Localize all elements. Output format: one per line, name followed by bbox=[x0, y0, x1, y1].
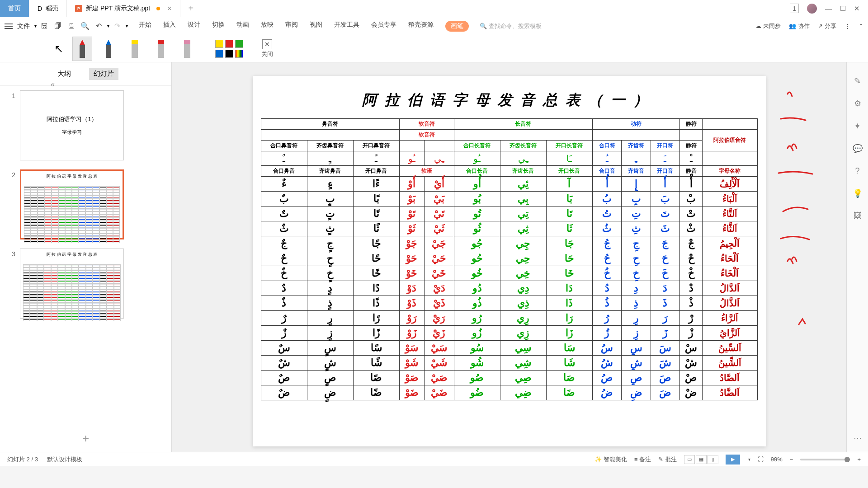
win-max-icon[interactable]: ☐ bbox=[840, 5, 846, 13]
preview-icon[interactable]: 🔍 bbox=[80, 22, 90, 31]
beautify-button[interactable]: ✨ 智能美化 bbox=[594, 455, 627, 464]
cursor-tool[interactable]: ↖ bbox=[54, 42, 63, 55]
color-swatch[interactable] bbox=[225, 50, 233, 58]
tab-close-icon[interactable]: × bbox=[167, 5, 171, 13]
color-swatch[interactable] bbox=[235, 40, 243, 48]
rail-star-icon[interactable]: ✦ bbox=[854, 121, 861, 131]
color-swatch[interactable] bbox=[215, 50, 223, 58]
ribbon-tab[interactable]: 审阅 bbox=[285, 21, 298, 32]
slide-thumbnail[interactable]: 阿 拉 伯 语 字 母 发 音 总 表 bbox=[20, 249, 124, 319]
win-close-icon[interactable]: ✕ bbox=[854, 5, 860, 13]
ribbon-tab-pen[interactable]: 画笔 bbox=[445, 21, 469, 32]
ribbon-tab[interactable]: 稻壳资源 bbox=[408, 21, 434, 32]
canvas[interactable]: 阿拉伯语字母发音总表（一） 鼻音符软音符长音符动符静符软音符阿拉伯语音符合口鼻音… bbox=[172, 62, 846, 452]
tab-new[interactable]: + bbox=[180, 0, 202, 17]
zoom-slider[interactable] bbox=[800, 459, 850, 460]
share-button[interactable]: ↗ 分享 bbox=[818, 22, 836, 30]
ribbon-tab[interactable]: 切换 bbox=[212, 21, 225, 32]
arabic-phonetic-table: 鼻音符软音符长音符动符静符软音符阿拉伯语音符合口鼻音符齐齿鼻音符开口鼻音符合口长… bbox=[261, 118, 758, 400]
color-swatch[interactable] bbox=[215, 40, 223, 48]
status-bar: 幻灯片 2 / 3 默认设计模板 ✨ 智能美化 ≡ 备注 ✎ 批注 ▭ ▦ ▯ … bbox=[0, 452, 868, 466]
add-slide-button[interactable]: + bbox=[0, 425, 171, 452]
view-normal[interactable]: ▭ bbox=[684, 455, 695, 464]
ribbon-tab[interactable]: 会员专享 bbox=[371, 21, 396, 32]
zoom-in[interactable]: + bbox=[857, 456, 861, 463]
rail-help-icon[interactable]: ? bbox=[855, 166, 859, 176]
search-box[interactable]: 🔍 查找命令、搜索模板 bbox=[480, 22, 542, 30]
ribbon: 文件▾ 🖫 🗐 🖶 🔍 ↶▾ ↷▾ 开始 插入 设计 切换 动画 放映 审阅 视… bbox=[0, 17, 868, 35]
ink-annotations bbox=[774, 85, 819, 401]
tab-slides[interactable]: 幻灯片 bbox=[89, 68, 118, 80]
docer-icon: D bbox=[38, 5, 42, 12]
collapse-ribbon-icon[interactable]: ⌃ bbox=[859, 23, 863, 29]
redo-icon[interactable]: ↷ bbox=[113, 22, 122, 31]
fit-icon[interactable]: ⛶ bbox=[758, 456, 764, 463]
slide-panel: « 大纲 幻灯片 1阿拉伯语学习（1）字母学习2阿 拉 伯 语 字 母 发 音 … bbox=[0, 62, 172, 452]
menu-icon[interactable] bbox=[5, 23, 13, 29]
hl-tool[interactable] bbox=[151, 37, 171, 61]
save-as-icon[interactable]: 🗐 bbox=[53, 22, 62, 31]
rail-chat-icon[interactable]: 💬 bbox=[853, 144, 863, 154]
slide-title: 阿拉伯语字母发音总表（一） bbox=[261, 84, 758, 118]
main-area: « 大纲 幻灯片 1阿拉伯语学习（1）字母学习2阿 拉 伯 语 字 母 发 音 … bbox=[0, 62, 868, 452]
tab-home[interactable]: 首页 bbox=[0, 0, 29, 17]
collab-button[interactable]: 👥 协作 bbox=[789, 22, 810, 30]
ribbon-tab[interactable]: 视图 bbox=[310, 21, 322, 32]
pen-toolbar: ↖ ✕ 关闭 bbox=[0, 35, 868, 62]
file-menu[interactable]: 文件 bbox=[17, 22, 30, 30]
user-avatar[interactable] bbox=[807, 4, 817, 14]
view-sorter[interactable]: ▦ bbox=[696, 455, 707, 464]
tab-outline[interactable]: 大纲 bbox=[53, 68, 75, 80]
save-icon[interactable]: 🖫 bbox=[40, 22, 49, 31]
play-button[interactable]: ▶ bbox=[726, 455, 740, 465]
win-min-icon[interactable]: — bbox=[825, 5, 832, 12]
rail-design-icon[interactable]: ✎ bbox=[854, 76, 861, 86]
collapse-panel-icon[interactable]: « bbox=[51, 80, 55, 89]
notif-badge[interactable]: 1 bbox=[790, 4, 799, 13]
close-pen-button[interactable]: ✕ 关闭 bbox=[261, 39, 273, 58]
print-icon[interactable]: 🖶 bbox=[67, 22, 76, 31]
rail-bulb-icon[interactable]: 💡 bbox=[853, 188, 863, 198]
color-swatch[interactable] bbox=[235, 50, 243, 58]
close-icon: ✕ bbox=[262, 39, 272, 49]
search-icon: 🔍 bbox=[480, 23, 487, 29]
rail-settings-icon[interactable]: ⚙ bbox=[854, 99, 861, 108]
slide-position: 幻灯片 2 / 3 bbox=[7, 455, 38, 464]
ribbon-tab[interactable]: 动画 bbox=[236, 21, 249, 32]
ribbon-tab[interactable]: 插入 bbox=[163, 21, 176, 32]
ribbon-tab[interactable]: 放映 bbox=[261, 21, 274, 32]
unsaved-dot-icon bbox=[156, 7, 160, 10]
rail-image-icon[interactable]: 🖼 bbox=[854, 211, 862, 221]
slide-thumbnail[interactable]: 阿拉伯语学习（1）字母学习 bbox=[20, 90, 124, 160]
ribbon-tabs: 开始 插入 设计 切换 动画 放映 审阅 视图 开发工具 会员专享 稻壳资源 画… bbox=[139, 21, 469, 32]
zoom-value[interactable]: 99% bbox=[771, 456, 783, 463]
hl-tool[interactable] bbox=[125, 37, 145, 61]
undo-icon[interactable]: ↶ bbox=[94, 22, 103, 31]
rail-more-icon[interactable]: ⋯ bbox=[854, 433, 862, 443]
ribbon-tab[interactable]: 开始 bbox=[139, 21, 151, 32]
notes-button[interactable]: ≡ 备注 bbox=[634, 455, 651, 464]
title-bar: 首页 D稻壳 P 新建 PPT 演示文稿.ppt × + 1 — ☐ ✕ bbox=[0, 0, 868, 17]
template-name[interactable]: 默认设计模板 bbox=[47, 455, 82, 464]
ribbon-tab[interactable]: 设计 bbox=[188, 21, 200, 32]
zoom-out[interactable]: − bbox=[790, 456, 793, 463]
pen-tool[interactable] bbox=[72, 37, 92, 61]
ppt-icon: P bbox=[75, 5, 82, 12]
slide-content: 阿拉伯语字母发音总表（一） 鼻音符软音符长音符动符静符软音符阿拉伯语音符合口鼻音… bbox=[253, 76, 766, 446]
slide-thumbnail[interactable]: 阿 拉 伯 语 字 母 发 音 总 表 bbox=[20, 169, 124, 239]
hl-tool[interactable] bbox=[177, 37, 197, 61]
sync-status[interactable]: ☁ 未同步 bbox=[755, 22, 781, 30]
view-reading[interactable]: ▯ bbox=[708, 455, 718, 464]
tab-docer[interactable]: D稻壳 bbox=[29, 0, 67, 17]
color-palette bbox=[215, 40, 243, 58]
comments-button[interactable]: ✎ 批注 bbox=[658, 455, 677, 464]
ribbon-tab[interactable]: 开发工具 bbox=[334, 21, 359, 32]
more-icon[interactable]: ⋮ bbox=[844, 23, 850, 29]
color-swatch[interactable] bbox=[225, 40, 233, 48]
pen-tool[interactable] bbox=[99, 37, 118, 61]
right-rail: ✎ ⚙ ✦ 💬 ? 💡 🖼 ⋯ bbox=[846, 62, 868, 452]
view-mode-buttons: ▭ ▦ ▯ bbox=[684, 455, 718, 464]
tab-current-file[interactable]: P 新建 PPT 演示文稿.ppt × bbox=[67, 0, 180, 17]
